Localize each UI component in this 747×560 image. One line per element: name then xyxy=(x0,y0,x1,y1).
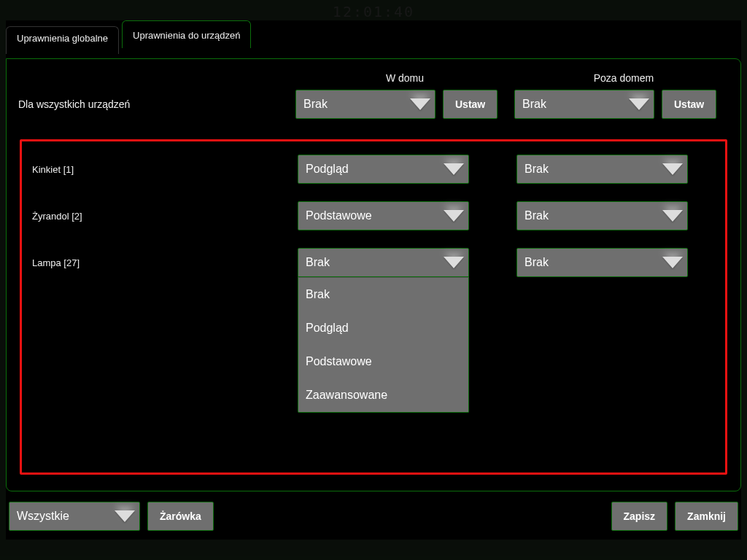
close-button[interactable]: Zamknij xyxy=(675,502,738,531)
save-button[interactable]: Zapisz xyxy=(611,502,668,531)
chevron-down-icon xyxy=(662,257,683,268)
filter-select[interactable]: Wszystkie xyxy=(9,502,140,531)
select-option[interactable]: Podgląd xyxy=(298,311,468,345)
chevron-down-icon xyxy=(444,257,464,268)
all-devices-home-select[interactable]: Brak xyxy=(295,90,436,119)
device-home-select[interactable]: Podgląd xyxy=(298,155,469,184)
select-value: Wszystkie xyxy=(17,510,69,523)
permissions-dialog: Uprawnienia globalne Uprawnienia do urzą… xyxy=(6,20,741,540)
select-option[interactable]: Zaawansowane xyxy=(298,378,468,412)
chevron-down-icon xyxy=(410,98,430,110)
device-row: Żyrandol [2] Podstawowe Brak xyxy=(32,201,715,230)
device-away-select[interactable]: Brak xyxy=(516,248,688,277)
device-home-select[interactable]: Brak xyxy=(298,248,469,277)
column-header-away: Poza domem xyxy=(514,72,733,84)
device-label: Żyrandol [2] xyxy=(32,211,298,222)
button-label: Zamknij xyxy=(687,510,726,522)
chevron-down-icon xyxy=(444,210,464,222)
all-devices-away-set-button[interactable]: Ustaw xyxy=(662,90,716,119)
chevron-down-icon xyxy=(115,510,135,522)
all-devices-row: Dla wszystkich urządzeń Brak Ustaw Brak … xyxy=(18,90,729,119)
device-row: Lampa [27] Brak Brak Podgląd Podstawowe … xyxy=(32,248,715,277)
select-value: Brak xyxy=(522,98,546,111)
dialog-footer: Wszystkie Żarówka Zapisz Zamknij xyxy=(6,500,741,532)
device-list-highlight: Kinkiet [1] Podgląd Brak Żyrandol [2] xyxy=(20,139,727,475)
button-label: Ustaw xyxy=(455,98,485,110)
button-label: Zapisz xyxy=(624,510,656,522)
device-home-select[interactable]: Podstawowe xyxy=(298,201,469,230)
device-type-button[interactable]: Żarówka xyxy=(147,502,214,531)
select-value: Podstawowe xyxy=(306,209,372,222)
tab-device-permissions[interactable]: Uprawnienia do urządzeń xyxy=(122,20,251,48)
select-value: Brak xyxy=(303,98,328,111)
tab-label: Uprawnienia globalne xyxy=(17,33,108,44)
select-value: Podgląd xyxy=(306,163,349,176)
chevron-down-icon xyxy=(662,210,683,222)
device-row: Kinkiet [1] Podgląd Brak xyxy=(32,155,715,184)
column-headers: W domu Poza domem xyxy=(18,72,729,84)
select-option[interactable]: Podstawowe xyxy=(298,345,468,378)
chevron-down-icon xyxy=(444,163,464,175)
device-home-select-dropdown: Brak Podgląd Podstawowe Zaawansowane xyxy=(298,277,469,413)
button-label: Ustaw xyxy=(674,98,704,110)
select-option[interactable]: Brak xyxy=(298,278,468,311)
column-header-home: W domu xyxy=(295,72,514,84)
select-value: Brak xyxy=(306,256,330,269)
device-permissions-panel: W domu Poza domem Dla wszystkich urządze… xyxy=(6,58,741,491)
device-away-select[interactable]: Brak xyxy=(516,201,688,230)
chevron-down-icon xyxy=(662,163,683,175)
tab-strip: Uprawnienia globalne Uprawnienia do urzą… xyxy=(6,20,741,48)
all-devices-home-set-button[interactable]: Ustaw xyxy=(443,90,498,119)
device-label: Lampa [27] xyxy=(32,257,298,268)
select-value: Brak xyxy=(525,209,549,222)
device-away-select[interactable]: Brak xyxy=(516,155,688,184)
tab-global-permissions[interactable]: Uprawnienia globalne xyxy=(6,26,119,54)
all-devices-label: Dla wszystkich urządzeń xyxy=(18,98,295,110)
device-label: Kinkiet [1] xyxy=(32,164,298,175)
chevron-down-icon xyxy=(629,98,649,110)
select-value: Brak xyxy=(525,163,549,176)
select-value: Brak xyxy=(525,256,549,269)
button-label: Żarówka xyxy=(160,510,201,522)
all-devices-away-select[interactable]: Brak xyxy=(514,90,654,119)
tab-label: Uprawnienia do urządzeń xyxy=(133,30,240,41)
